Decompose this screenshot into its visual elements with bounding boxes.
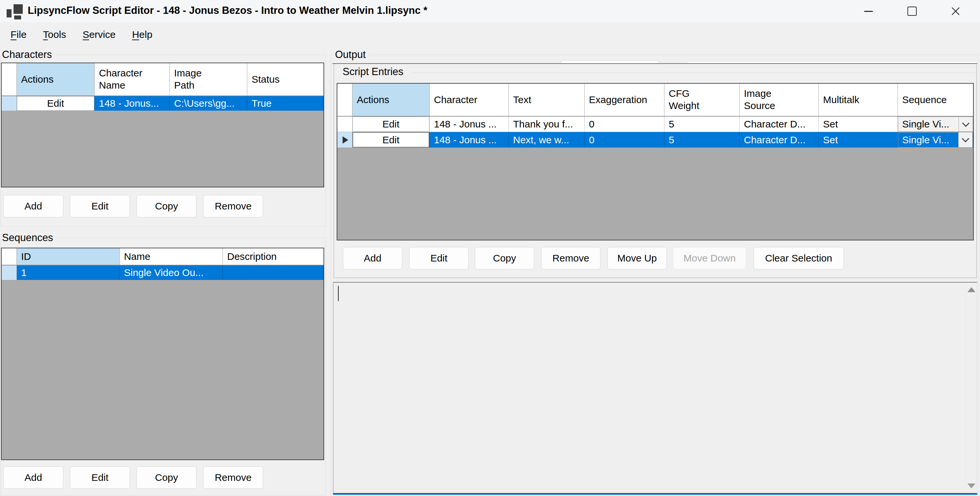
window-controls <box>847 0 977 22</box>
sequences-table[interactable]: ID Name Description 1 Single Video Ou... <box>1 248 324 460</box>
sequences-header-id[interactable]: ID <box>17 248 120 265</box>
menu-tools[interactable]: Tools <box>43 29 66 40</box>
characters-edit-button[interactable]: Edit <box>70 195 130 217</box>
script-actions-cell: Edit <box>353 117 430 132</box>
script-text-cell[interactable]: Thank you f... <box>509 117 585 132</box>
menu-service[interactable]: Service <box>83 29 115 40</box>
characters-header-row: Actions Character Name Image Path Status <box>2 63 323 96</box>
close-icon <box>950 6 961 17</box>
script-edit-row-button[interactable]: Edit <box>409 247 469 269</box>
characters-header-status[interactable]: Status <box>247 63 323 96</box>
script-header-actions[interactable]: Actions <box>353 84 430 117</box>
characters-copy-button[interactable]: Copy <box>137 195 197 217</box>
script-entry-row[interactable]: Edit 148 - Jonus ... Next, we w... 0 5 C… <box>337 132 973 147</box>
characters-add-button[interactable]: Add <box>3 195 63 217</box>
script-character-cell[interactable]: 148 - Jonus ... <box>430 117 509 132</box>
sequences-add-button[interactable]: Add <box>3 466 63 489</box>
sequences-row[interactable]: 1 Single Video Ou... <box>2 265 323 280</box>
scroll-down-icon[interactable] <box>967 483 975 488</box>
sequences-copy-button[interactable]: Copy <box>137 466 197 489</box>
sequences-row-selector[interactable] <box>2 265 17 280</box>
script-entries-header-row: Actions Character Text Exaggeration CFG … <box>337 84 973 117</box>
character-image-path-cell[interactable]: C:\Users\gg... <box>170 96 247 111</box>
output-log-textbox[interactable] <box>333 282 977 495</box>
sequences-header-description[interactable]: Description <box>223 248 323 265</box>
characters-row-header-corner <box>2 63 17 96</box>
script-sequence-cell: Single Vi... <box>898 132 973 147</box>
sequences-header-name[interactable]: Name <box>120 248 223 265</box>
script-exaggeration-cell[interactable]: 0 <box>585 117 665 132</box>
script-edit-button[interactable]: Edit <box>353 117 430 132</box>
sequence-id-cell[interactable]: 1 <box>17 265 120 280</box>
script-header-character[interactable]: Character <box>430 84 509 117</box>
characters-actions-cell: Edit <box>17 96 95 111</box>
move-up-button[interactable]: Move Up <box>608 247 667 269</box>
script-cfg-weight-cell[interactable]: 5 <box>665 132 740 147</box>
scroll-up-icon[interactable] <box>967 287 975 292</box>
character-status-cell[interactable]: True <box>247 96 323 111</box>
script-row-selector[interactable] <box>337 117 353 132</box>
close-button[interactable] <box>934 0 977 22</box>
script-entries-group-label: Script Entries <box>339 66 407 78</box>
characters-header-character-name[interactable]: Character Name <box>95 63 170 96</box>
script-header-cfg-weight[interactable]: CFG Weight <box>665 84 740 117</box>
sequences-edit-button[interactable]: Edit <box>70 466 130 489</box>
script-entry-row[interactable]: Edit 148 - Jonus ... Thank you f... 0 5 … <box>337 117 973 132</box>
sequence-combobox-dropdown[interactable] <box>959 117 973 132</box>
characters-row-selector[interactable] <box>2 96 17 111</box>
script-exaggeration-cell[interactable]: 0 <box>585 132 665 147</box>
log-scrollbar[interactable] <box>965 282 977 493</box>
script-character-cell[interactable]: 148 - Jonus ... <box>430 132 509 147</box>
sequence-combobox[interactable]: Single Vi... <box>898 132 973 147</box>
script-add-button[interactable]: Add <box>343 247 402 269</box>
characters-table[interactable]: Actions Character Name Image Path Status… <box>1 63 324 187</box>
script-cfg-weight-cell[interactable]: 5 <box>665 117 740 132</box>
script-row-selector[interactable] <box>337 132 353 147</box>
script-header-exaggeration[interactable]: Exaggeration <box>585 84 665 117</box>
script-header-image-source[interactable]: Image Source <box>740 84 819 117</box>
sequences-remove-button[interactable]: Remove <box>203 466 263 489</box>
sequence-name-cell[interactable]: Single Video Ou... <box>120 265 223 280</box>
menu-bar: File Tools Service Help <box>0 22 980 47</box>
script-image-source-cell[interactable]: Character D... <box>740 132 819 147</box>
current-row-indicator-icon <box>343 136 348 144</box>
characters-group-label: Characters <box>2 49 56 60</box>
chevron-down-icon <box>962 135 969 143</box>
sequence-description-cell[interactable] <box>223 265 323 280</box>
script-edit-button[interactable]: Edit <box>353 132 430 147</box>
sequence-combobox[interactable]: Single Vi... <box>898 117 973 132</box>
maximize-icon <box>907 6 917 16</box>
script-row-header-corner <box>337 84 353 117</box>
sequences-row-header-corner <box>2 248 17 265</box>
app-logo-icon <box>6 4 23 19</box>
script-entries-border-line <box>412 73 975 73</box>
minimize-icon <box>864 11 873 12</box>
text-caret <box>338 286 339 301</box>
characters-header-image-path[interactable]: Image Path <box>170 63 247 96</box>
script-header-sequence[interactable]: Sequence <box>898 84 973 117</box>
characters-header-actions[interactable]: Actions <box>17 63 95 96</box>
script-copy-button[interactable]: Copy <box>475 247 534 269</box>
title-bar: LipsyncFlow Script Editor - 148 - Jonus … <box>0 0 980 22</box>
chevron-down-icon <box>962 119 970 127</box>
menu-file[interactable]: File <box>11 29 26 40</box>
sequences-header-row: ID Name Description <box>2 248 323 265</box>
character-edit-button[interactable]: Edit <box>17 96 94 111</box>
characters-row[interactable]: Edit 148 - Jonus... C:\Users\gg... True <box>2 96 323 111</box>
script-header-multitalk[interactable]: Multitalk <box>819 84 898 117</box>
characters-remove-button[interactable]: Remove <box>203 195 263 217</box>
menu-help[interactable]: Help <box>132 29 152 40</box>
script-text-cell[interactable]: Next, we w... <box>509 132 585 147</box>
sequence-combobox-value: Single Vi... <box>898 117 959 132</box>
script-image-source-cell[interactable]: Character D... <box>740 117 819 132</box>
maximize-button[interactable] <box>890 0 934 22</box>
script-remove-button[interactable]: Remove <box>541 247 600 269</box>
sequence-combobox-dropdown[interactable] <box>958 132 972 147</box>
script-header-text[interactable]: Text <box>509 84 585 117</box>
clear-selection-button[interactable]: Clear Selection <box>754 247 844 269</box>
script-multitalk-cell[interactable]: Set <box>819 132 898 147</box>
character-name-cell[interactable]: 148 - Jonus... <box>95 96 170 111</box>
minimize-button[interactable] <box>847 0 890 22</box>
script-multitalk-cell[interactable]: Set <box>819 117 898 132</box>
script-entries-table[interactable]: Actions Character Text Exaggeration CFG … <box>337 83 974 241</box>
